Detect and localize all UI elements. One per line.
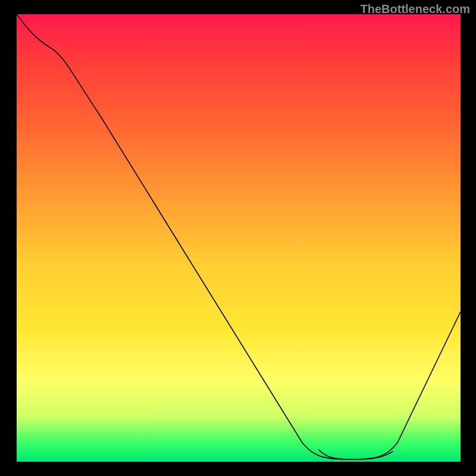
chart-plot-area [17, 14, 461, 462]
watermark-text: TheBottleneck.com [361, 2, 470, 16]
bottleneck-curve-path [17, 14, 461, 459]
chart-svg [17, 14, 461, 462]
